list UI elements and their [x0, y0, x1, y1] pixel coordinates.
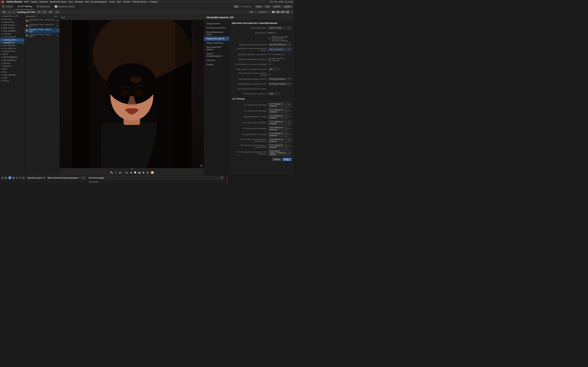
menu-trim[interactable]: Подгонка — [39, 1, 48, 3]
lightbox-button[interactable]: Lightbox — [283, 5, 292, 8]
color-tool-6[interactable]: ⊡ — [23, 176, 25, 179]
setting-dropdown-lut-1d-output[interactable]: LUT-таблица не выбрана ▼ — [268, 120, 291, 125]
nav-raw[interactable]: Настройки RAW камеры — [204, 45, 229, 52]
menu-clip[interactable]: Клип — [69, 1, 73, 3]
setting-dropdown-aces-input[interactable]: No Input Transform ▼ — [268, 77, 291, 80]
color-tool-active[interactable]: ● — [8, 176, 11, 179]
setting-dropdown-color-coding[interactable]: DaVinci YRGB ▼ — [268, 26, 291, 29]
save-button[interactable]: Сохр... — [283, 158, 291, 161]
setting-dropdown-lut-3d-input[interactable]: LUT-таблица не выбрана ▼ — [268, 108, 289, 113]
tab-lut[interactable]: ⊞ LUT-таблицы — [15, 4, 35, 9]
menu-workspace[interactable]: Рабочая область — [132, 1, 148, 3]
setting-dropdown-timeline-color[interactable]: Rec.709 (Scene) ▼ — [268, 48, 291, 51]
nav-scale[interactable]: Масштабирование изобр... — [204, 30, 229, 37]
lut-3d-monitor-menu[interactable]: ••• — [289, 145, 291, 147]
lut-group-red[interactable]: ▶ RED — [0, 67, 25, 70]
setting-dropdown-input-color[interactable]: Rec.709 Gamma 2.4 ▼ — [268, 43, 291, 46]
next-frame[interactable]: ▶ — [143, 171, 145, 174]
ctl-input-menu[interactable]: ••• — [289, 116, 291, 118]
nav-basic[interactable]: Основные настройки — [204, 26, 229, 30]
ctl-output-menu[interactable]: ••• — [289, 133, 291, 135]
setting-input-hdr-master[interactable] — [268, 92, 278, 95]
select-tool[interactable]: ↩ — [115, 171, 117, 174]
lut-3d-input-menu[interactable]: ••• — [289, 110, 291, 112]
view-list[interactable]: ☰ — [42, 10, 47, 14]
color-tool-2[interactable]: ☯ — [5, 176, 7, 179]
go-to-end[interactable]: ⏭ — [147, 171, 149, 174]
search-btn[interactable]: 🔍 — [48, 10, 53, 14]
setting-dropdown-ctl-output[interactable]: LUT-таблица не выбрана ▼ — [268, 132, 289, 137]
color-tool-4[interactable]: ✦ — [16, 176, 18, 179]
panel-toggle-left[interactable]: ◀ — [2, 10, 6, 14]
menu-fusion[interactable]: Fusion — [109, 1, 115, 3]
menu-markers[interactable]: Маркеры — [75, 1, 83, 3]
lut-3d-output-menu[interactable]: ••• — [289, 127, 291, 129]
lut-group-mfyp[interactable]: ▶ MFYP — [0, 53, 25, 56]
timeline-dropdown[interactable]: ▼ — [268, 11, 270, 13]
lut-group-essential[interactable]: ▶ ESSENTIAL LUTS — [0, 15, 25, 18]
nav-forward[interactable]: › — [12, 11, 16, 14]
lut-file-row-2[interactable]: 🎨 Leeming LUT One - Sony S-Log2 ... CU — [25, 28, 60, 33]
prev-frame[interactable]: ◀ — [130, 171, 132, 174]
openfx-button[interactable]: OpenFX — [272, 5, 282, 8]
lut-group-iwltb[interactable]: ▶ LUTs by IWLTB... — [0, 35, 25, 38]
nav-general[interactable]: Общие параметры — [204, 41, 229, 45]
lut-group-film-looks[interactable]: ▶ Film Looks — [0, 18, 25, 21]
menu-file[interactable]: Файл — [24, 1, 29, 3]
play-button[interactable]: ▶ — [139, 171, 141, 174]
lut-group-to[interactable]: ▶ T&O — [0, 76, 25, 79]
kf-options[interactable]: ≡ — [221, 176, 224, 179]
setting-dropdown-aces-output[interactable]: No Output Transform ▼ — [268, 83, 291, 85]
lut-group-leeming[interactable]: ▼ Leeming LUT.co... — [0, 38, 25, 41]
lut-group-sony[interactable]: ▶ Sony — [0, 70, 25, 73]
lut-group-newkreativ[interactable]: ▶ New KreativWe... — [0, 59, 25, 62]
tab-media[interactable]: 🎞 Медиатека — [35, 4, 52, 9]
setting-checkbox-separate[interactable] — [268, 38, 270, 40]
audio-btn[interactable]: 🔊 — [119, 171, 121, 174]
nav-presets[interactable]: Предустановки — [204, 21, 229, 26]
lut-group-hdr-st[interactable]: ▶ HDR ST 2084 — [0, 26, 25, 30]
clips-button[interactable]: Клипы — [255, 5, 263, 8]
lut-group-hlg[interactable]: ▶ HLG CINEMATI... — [0, 30, 25, 33]
nodes-button[interactable]: Узлы — [264, 5, 271, 8]
setting-dropdown-lut-3d-monitor[interactable]: LUT-таблица не выбрана ▼ — [268, 144, 289, 149]
loop-button[interactable]: 🔁 — [151, 171, 154, 174]
setting-dropdown-lut-1d-viewer[interactable]: Использовать выбран...od видео на монито… — [268, 150, 291, 156]
menu-timeline[interactable]: Временная шкала — [50, 1, 67, 3]
nav-back[interactable]: ‹ — [7, 11, 11, 14]
apple-menu[interactable]: 🍎 — [1, 0, 4, 3]
lut-file-row-0[interactable]: 🎨 Leeming LUT One - Sony Cine2 C... CU — [25, 18, 60, 23]
go-to-start[interactable]: ⏮ — [126, 171, 128, 174]
cw-mode[interactable]: Круги первичной цветокоррекции — [48, 177, 78, 179]
lut-group-vfxio[interactable]: ▶ VFX IO — [0, 79, 25, 82]
pencil-tool[interactable]: ✏️ — [110, 171, 113, 174]
menu-color[interactable]: Цвет — [117, 1, 121, 3]
setting-dropdown-lut-1d-input[interactable]: LUT-таблица не выбрана ▼ — [268, 102, 291, 107]
color-tool-3[interactable]: ⊞ — [13, 176, 15, 179]
menu-help[interactable]: Справка — [150, 1, 157, 3]
setting-dropdown-lut-3d-output[interactable]: LUT-таблица не выбрана ▼ — [268, 126, 289, 131]
lut-group-lens[interactable]: ▶ Lens Distortion... — [0, 44, 25, 47]
menu-edit[interactable]: Правка — [31, 1, 38, 3]
setting-dropdown-ctl-input[interactable]: LUT-таблица не выбрана ▼ — [268, 114, 289, 119]
menu-fairlight[interactable]: Fairlight — [123, 1, 130, 3]
nav-capture[interactable]: Захват и воспроизведение — [204, 52, 229, 58]
menu-playback[interactable]: Воспроизведение — [91, 1, 107, 3]
lut-file-row-1[interactable]: 🎨 Leeming LUT One - Sony HLG for... CU — [25, 23, 60, 28]
color-tool-5[interactable]: ⬡ — [19, 176, 21, 179]
cancel-button[interactable]: Отмена — [272, 158, 281, 161]
lut-group-nickcinemedia[interactable]: ▶ NICKCINEMEDIA — [0, 56, 25, 59]
lut-group-hdr-hybrid[interactable]: ▶ HDR Hybrid Lo... — [0, 24, 25, 26]
nav-fairlight[interactable]: Fairlight — [204, 62, 229, 67]
nav-subtitles[interactable]: Субтитры — [204, 58, 229, 62]
lut-group-look[interactable]: ▶ Look_profile_fo... — [0, 47, 25, 50]
timecode-dropdown[interactable]: ▼ — [290, 11, 292, 13]
tab-gallery[interactable]: 🖼 Галерея — [0, 4, 15, 9]
lut-group-forestry[interactable]: ▶ Forestry Films — [0, 21, 25, 24]
cw-options[interactable]: ≡ — [82, 176, 85, 179]
lut-group-olympus[interactable]: ▶ Olympus — [0, 62, 25, 65]
zoom-dropdown[interactable]: ▼ — [255, 11, 257, 13]
setting-dropdown-lut-1d-monitor[interactable]: LUT-таблица не выбрана ▼ — [268, 138, 291, 143]
lut-file-row-3[interactable]: 🎨 Leeming LUT One - Sony S-Log3 ... CU — [25, 33, 60, 38]
lut-group-lututility[interactable]: ▶ LUTUtility — [0, 33, 25, 35]
